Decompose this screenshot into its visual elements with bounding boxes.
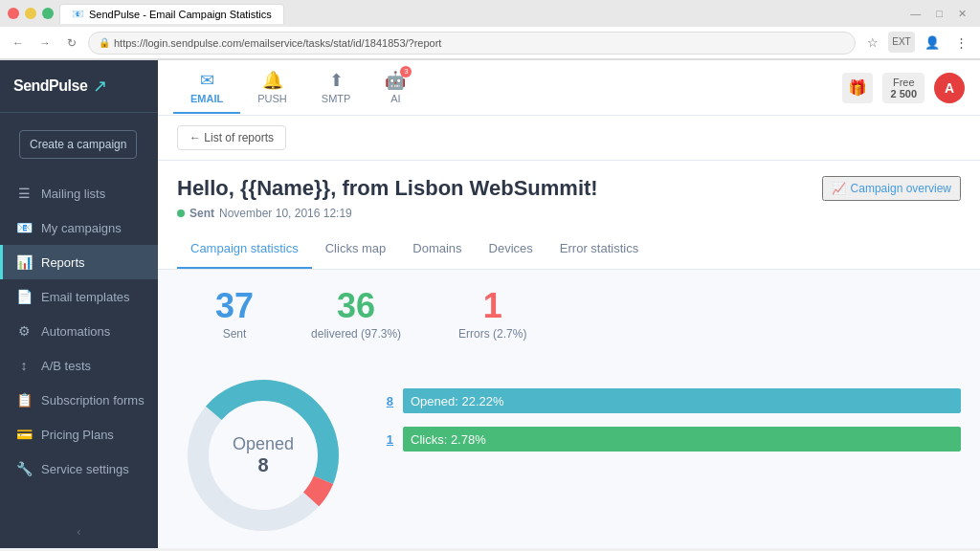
- clicks-count[interactable]: 1: [378, 432, 393, 447]
- stats-numbers: 37 Sent 36 delivered (97.3%) 1 Errors (2…: [177, 289, 961, 341]
- service-settings-icon: 🔧: [16, 461, 32, 476]
- bookmark-icon[interactable]: ☆: [861, 32, 884, 55]
- gift-icon[interactable]: 🎁: [842, 73, 873, 103]
- minimize-icon[interactable]: —: [904, 6, 926, 22]
- profile-icon[interactable]: 👤: [919, 32, 946, 55]
- sidebar-item-label: Subscription forms: [41, 393, 145, 408]
- extensions-icon[interactable]: EXT: [888, 32, 915, 53]
- sidebar-item-service-settings[interactable]: 🔧 Service settings: [0, 452, 158, 486]
- browser-nav: ← → ↻ 🔒 https://login.sendpulse.com/emai…: [0, 27, 980, 59]
- channel-tab-ai[interactable]: 🤖 3 AI: [368, 62, 423, 114]
- tab-domains[interactable]: Domains: [399, 230, 475, 269]
- opened-bar: Opened: 22.22%: [403, 388, 961, 413]
- url-text: https://login.sendpulse.com/emailservice…: [114, 37, 441, 49]
- channel-tab-smtp[interactable]: ⬆ SMTP: [304, 62, 368, 114]
- bar-row-clicks: 1 Clicks: 2.78%: [378, 427, 961, 452]
- mailing-lists-icon: ☰: [16, 186, 32, 201]
- sidebar-item-label: Service settings: [41, 462, 129, 476]
- donut-label: Opened: [233, 434, 294, 454]
- stats-body: 37 Sent 36 delivered (97.3%) 1 Errors (2…: [158, 270, 980, 548]
- user-avatar[interactable]: A: [934, 73, 965, 103]
- sent-dot-icon: [177, 209, 185, 217]
- smtp-channel-label: SMTP: [322, 93, 351, 104]
- settings-icon[interactable]: ⋮: [949, 32, 972, 55]
- app-container: SendPulse ↗ Create a campaign ☰ Mailing …: [0, 60, 980, 548]
- browser-titlebar: 📧 SendPulse - Email Campaign Statistics …: [0, 0, 980, 27]
- tab-devices[interactable]: Devices: [476, 230, 546, 269]
- sidebar-item-label: A/B tests: [41, 359, 91, 373]
- stat-delivered: 36 delivered (97.3%): [311, 289, 401, 341]
- close-icon[interactable]: ✕: [952, 6, 972, 22]
- tab-clicks-map[interactable]: Clicks map: [312, 230, 400, 269]
- ai-channel-icon: 🤖 3: [385, 70, 406, 91]
- sidebar-item-label: My campaigns: [41, 221, 122, 235]
- tab-title: SendPulse - Email Campaign Statistics: [89, 9, 272, 20]
- sidebar-item-label: Mailing lists: [41, 187, 105, 201]
- logo-arrow-icon: ↗: [93, 76, 107, 97]
- sidebar-collapse-button[interactable]: ‹: [0, 515, 158, 548]
- browser-nav-icons: ☆ EXT 👤 ⋮: [861, 32, 972, 55]
- bar-row-opened: 8 Opened: 22.22%: [378, 388, 961, 413]
- address-bar[interactable]: 🔒 https://login.sendpulse.com/emailservi…: [88, 32, 856, 55]
- sidebar-item-reports[interactable]: 📊 Reports: [0, 245, 158, 279]
- channel-tab-email[interactable]: ✉ EMAIL: [173, 62, 240, 114]
- sent-label: Sent: [215, 327, 254, 341]
- delivered-value: 36: [311, 289, 401, 323]
- donut-number: 8: [233, 454, 294, 476]
- sidebar-item-label: Automations: [41, 324, 110, 339]
- email-channel-label: EMAIL: [190, 93, 223, 104]
- create-campaign-button[interactable]: Create a campaign: [19, 130, 137, 159]
- push-channel-icon: 🔔: [262, 70, 283, 91]
- sidebar-item-automations[interactable]: ⚙ Automations: [0, 314, 158, 348]
- tab-error-statistics[interactable]: Error statistics: [546, 230, 652, 269]
- clicks-bar: Clicks: 2.78%: [403, 427, 961, 452]
- channel-tab-push[interactable]: 🔔 PUSH: [240, 62, 304, 114]
- email-channel-icon: ✉: [200, 70, 214, 91]
- forward-button[interactable]: →: [34, 33, 56, 54]
- email-templates-icon: 📄: [16, 289, 32, 304]
- reload-button[interactable]: ↻: [61, 33, 82, 54]
- free-amount: 2 500: [890, 88, 917, 99]
- sidebar-item-my-campaigns[interactable]: 📧 My campaigns: [0, 210, 158, 245]
- back-button[interactable]: ←: [8, 33, 29, 54]
- top-channel-bar: ✉ EMAIL 🔔 PUSH ⬆ SMTP 🤖 3 AI 🎁: [158, 60, 980, 116]
- sidebar-item-ab-tests[interactable]: ↕ A/B tests: [0, 348, 158, 383]
- pricing-plans-icon: 💳: [16, 427, 32, 442]
- automations-icon: ⚙: [16, 323, 32, 339]
- page-header: Hello, {{Name}}, from Lisbon WebSummit! …: [158, 161, 980, 230]
- browser-close-btn[interactable]: [8, 8, 19, 19]
- restore-icon[interactable]: □: [930, 6, 948, 22]
- sidebar-item-mailing-lists[interactable]: ☰ Mailing lists: [0, 176, 158, 210]
- logo-text: SendPulse: [13, 77, 87, 95]
- top-bar-right: 🎁 Free 2 500 A: [842, 73, 965, 103]
- stat-sent: 37 Sent: [215, 289, 254, 341]
- sidebar: SendPulse ↗ Create a campaign ☰ Mailing …: [0, 60, 158, 548]
- browser-chrome: 📧 SendPulse - Email Campaign Statistics …: [0, 0, 980, 60]
- stats-tabs: Campaign statistics Clicks map Domains D…: [158, 230, 980, 270]
- browser-tab[interactable]: 📧 SendPulse - Email Campaign Statistics: [59, 4, 284, 24]
- sidebar-item-label: Pricing Plans: [41, 428, 114, 442]
- browser-maximize-btn[interactable]: [42, 8, 54, 19]
- breadcrumb-button[interactable]: ← List of reports: [177, 125, 286, 150]
- page-title: Hello, {{Name}}, from Lisbon WebSummit!: [177, 176, 598, 201]
- main-panel: ✉ EMAIL 🔔 PUSH ⬆ SMTP 🤖 3 AI 🎁: [158, 60, 980, 548]
- opened-count[interactable]: 8: [378, 394, 393, 408]
- sidebar-nav: ☰ Mailing lists 📧 My campaigns 📊 Reports…: [0, 176, 158, 515]
- page-header-left: Hello, {{Name}}, from Lisbon WebSummit! …: [177, 176, 598, 230]
- window-controls: — □ ✕: [904, 6, 972, 22]
- sidebar-item-subscription-forms[interactable]: 📋 Subscription forms: [0, 383, 158, 417]
- campaign-overview-button[interactable]: 📈 Campaign overview: [822, 176, 961, 201]
- browser-minimize-btn[interactable]: [25, 8, 36, 19]
- sent-label: Sent: [189, 207, 214, 220]
- tab-favicon: 📧: [72, 9, 83, 19]
- sidebar-logo: SendPulse ↗: [0, 60, 158, 113]
- subscription-forms-icon: 📋: [16, 392, 32, 408]
- sidebar-item-email-templates[interactable]: 📄 Email templates: [0, 279, 158, 314]
- main-content: ← List of reports Hello, {{Name}}, from …: [158, 116, 980, 548]
- ai-badge: 3: [400, 66, 412, 77]
- tab-campaign-statistics[interactable]: Campaign statistics: [177, 230, 312, 269]
- sent-status: Sent November 10, 2016 12:19: [177, 207, 598, 220]
- sent-value: 37: [215, 289, 254, 323]
- sidebar-item-pricing-plans[interactable]: 💳 Pricing Plans: [0, 417, 158, 452]
- free-label: Free: [890, 77, 917, 88]
